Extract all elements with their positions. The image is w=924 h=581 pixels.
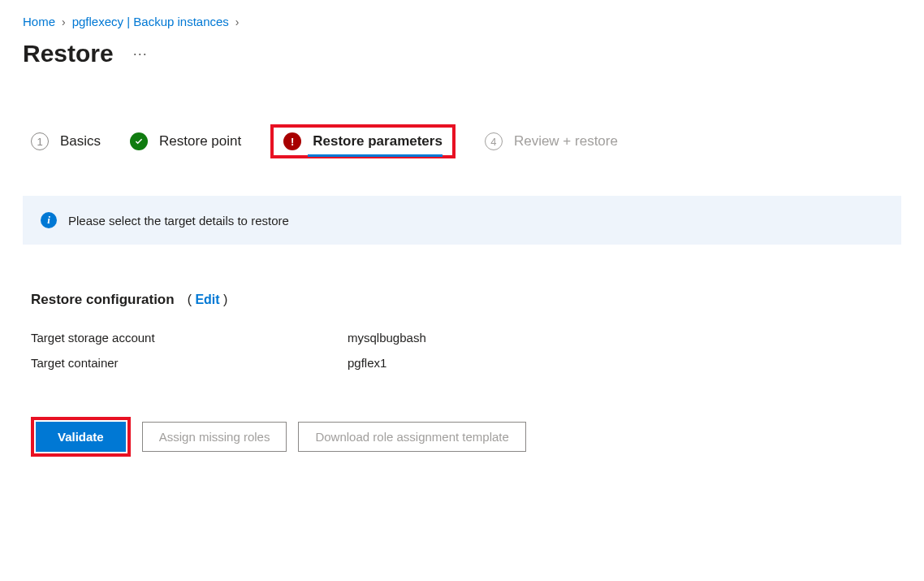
footer-buttons: Validate Assign missing roles Download r…	[23, 417, 901, 457]
banner-text: Please select the target details to rest…	[68, 214, 289, 228]
breadcrumb-backup-instances[interactable]: pgflexecy | Backup instances	[72, 15, 229, 28]
step-label: Basics	[60, 133, 101, 150]
page-title-row: Restore ···	[23, 40, 901, 67]
step-restore-parameters[interactable]: ! Restore parameters	[270, 124, 456, 158]
config-row-storage-account: Target storage account mysqlbugbash	[31, 331, 901, 345]
breadcrumb: Home › pgflexecy | Backup instances ›	[23, 15, 901, 28]
restore-configuration-section: Restore configuration ( Edit ) Target st…	[23, 292, 901, 370]
step-basics[interactable]: 1 Basics	[31, 132, 101, 150]
assign-missing-roles-button[interactable]: Assign missing roles	[142, 422, 287, 452]
step-label: Restore parameters	[313, 133, 443, 150]
step-number-icon: 4	[485, 132, 503, 150]
chevron-right-icon: ›	[235, 15, 240, 28]
config-key: Target container	[31, 356, 348, 370]
chevron-right-icon: ›	[62, 15, 66, 28]
step-label: Review + restore	[514, 133, 618, 150]
validate-button[interactable]: Validate	[36, 422, 126, 452]
wizard-tabs: 1 Basics Restore point ! Restore paramet…	[23, 124, 901, 158]
config-value: pgflex1	[348, 356, 386, 370]
config-heading-row: Restore configuration ( Edit )	[31, 292, 901, 308]
info-icon: i	[41, 212, 57, 228]
config-table: Target storage account mysqlbugbash Targ…	[31, 331, 901, 370]
config-row-container: Target container pgflex1	[31, 356, 901, 370]
breadcrumb-home[interactable]: Home	[23, 15, 55, 28]
config-key: Target storage account	[31, 331, 348, 345]
step-review-restore[interactable]: 4 Review + restore	[485, 132, 618, 150]
step-label: Restore point	[159, 133, 241, 150]
download-role-template-button[interactable]: Download role assignment template	[298, 422, 525, 452]
info-banner: i Please select the target details to re…	[23, 196, 901, 245]
step-restore-point[interactable]: Restore point	[130, 132, 241, 150]
step-number-icon: 1	[31, 132, 49, 150]
check-circle-icon	[130, 132, 148, 150]
edit-paren: ( Edit )	[188, 293, 228, 307]
error-circle-icon: !	[283, 132, 301, 150]
edit-link[interactable]: Edit	[195, 293, 219, 306]
page-title: Restore	[23, 40, 114, 67]
validate-highlight: Validate	[31, 417, 131, 457]
config-value: mysqlbugbash	[348, 331, 426, 345]
more-actions-icon[interactable]: ···	[128, 46, 153, 63]
config-heading: Restore configuration	[31, 292, 175, 308]
